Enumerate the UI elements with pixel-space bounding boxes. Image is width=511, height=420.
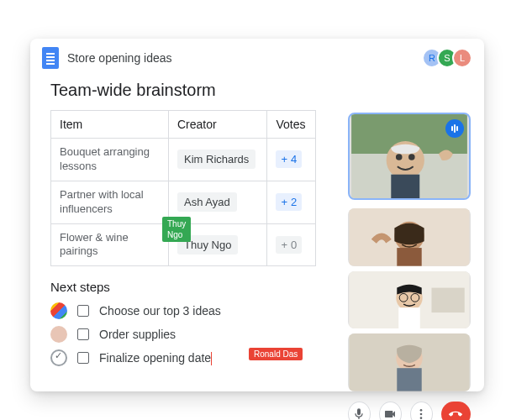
more-button[interactable] (410, 402, 433, 420)
svg-rect-10 (431, 287, 464, 312)
assignee-icon[interactable] (50, 302, 67, 319)
participant-thumbnail (348, 208, 471, 266)
video-tile[interactable] (348, 333, 471, 391)
vote-button[interactable]: +4 (276, 150, 302, 168)
ideas-table: Item Creator Votes Bouquet arranging les… (50, 110, 316, 266)
svg-point-5 (408, 154, 415, 160)
table-row: Bouquet arranging lessons Kim Richards +… (51, 139, 316, 181)
svg-rect-17 (397, 369, 421, 391)
camera-icon (383, 407, 397, 420)
vote-button[interactable]: +2 (276, 193, 302, 211)
document-title[interactable]: Store opening ideas (67, 51, 414, 65)
col-votes: Votes (267, 111, 316, 139)
video-call-panel (348, 116, 471, 420)
item-cell[interactable]: Partner with local influencers (51, 181, 169, 223)
video-tile-active[interactable] (348, 113, 471, 200)
col-item: Item (51, 111, 169, 139)
col-creator: Creator (169, 111, 267, 139)
svg-rect-8 (397, 248, 421, 266)
section-heading: Team-wide brainstorm (50, 81, 464, 100)
task-label[interactable]: Finalize opening date (99, 351, 212, 365)
task-label[interactable]: Choose our top 3 ideas (99, 304, 221, 318)
checkbox[interactable] (77, 305, 89, 317)
task-label[interactable]: Order supplies (99, 328, 176, 341)
table-header-row: Item Creator Votes (51, 111, 316, 139)
header: Store opening ideas R S L (30, 39, 484, 74)
cursor-tag: Ronald Das (249, 348, 303, 360)
checkbox[interactable] (77, 328, 89, 340)
assignee-icon[interactable] (50, 326, 67, 343)
mic-icon (352, 407, 366, 420)
creator-chip[interactable]: Ash Ayad (177, 192, 237, 212)
table-row: Flower & wine pairings Thuy Ngo Thuy Ngo… (51, 223, 316, 266)
assignee-icon[interactable] (50, 349, 67, 366)
votes-cell: +0 (267, 223, 316, 266)
votes-cell: +4 (267, 139, 316, 181)
phone-hangup-icon (449, 407, 462, 420)
text-cursor (211, 352, 212, 365)
svg-point-19 (420, 413, 423, 416)
votes-cell: +2 (267, 181, 316, 223)
mic-button[interactable] (348, 402, 371, 420)
svg-rect-12 (398, 307, 420, 329)
speaking-indicator-icon (445, 119, 464, 138)
participant-thumbnail (348, 271, 471, 329)
camera-button[interactable] (379, 402, 402, 420)
item-cell[interactable]: Bouquet arranging lessons (51, 139, 169, 181)
svg-point-4 (396, 154, 403, 160)
document-window: Store opening ideas R S L Team-wide brai… (30, 39, 484, 391)
participant-thumbnail (348, 333, 471, 391)
svg-point-18 (420, 409, 423, 412)
avatar[interactable]: L (452, 48, 472, 68)
item-cell[interactable]: Flower & wine pairings Thuy Ngo (51, 223, 169, 266)
cursor-tag: Thuy Ngo (162, 217, 191, 242)
svg-rect-3 (391, 175, 419, 198)
vote-button[interactable]: +0 (276, 236, 302, 254)
svg-point-20 (420, 417, 423, 419)
video-tile[interactable] (348, 208, 471, 266)
hangup-button[interactable] (441, 402, 471, 420)
more-vertical-icon (414, 407, 428, 420)
creator-chip[interactable]: Kim Richards (177, 150, 256, 169)
docs-icon (42, 47, 59, 69)
creator-cell: Kim Richards (169, 139, 267, 181)
checkbox[interactable] (77, 352, 89, 364)
call-controls (348, 402, 471, 420)
collaborator-avatars: R S L (422, 48, 472, 68)
video-tile[interactable] (348, 271, 471, 329)
